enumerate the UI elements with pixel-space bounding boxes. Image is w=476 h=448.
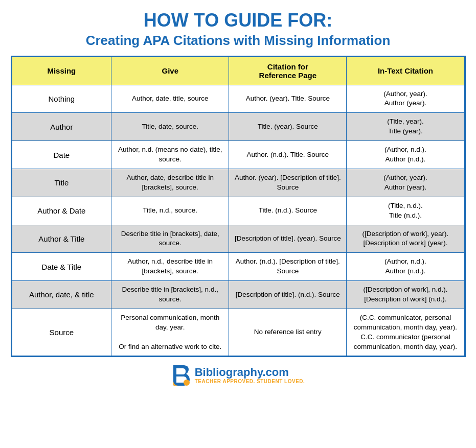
col-header-missing: Missing — [12, 57, 111, 85]
main-title: HOW TO GUIDE FOR: — [144, 10, 332, 31]
cell-give-6: Author, n.d., describe title in [bracket… — [111, 253, 229, 281]
cell-intext-8: (C.C. communicator, personal communicati… — [347, 309, 464, 356]
cell-citation-8: No reference list entry — [229, 309, 347, 356]
cell-intext-0: (Author, year).Author (year). — [347, 85, 464, 113]
cell-give-8: Personal communication, month day, year.… — [111, 309, 229, 356]
cell-give-3: Author, date, describe title in [bracket… — [111, 169, 229, 197]
col-header-citation: Citation forReference Page — [229, 57, 347, 85]
table-row: TitleAuthor, date, describe title in [br… — [12, 169, 464, 197]
svg-point-0 — [184, 380, 190, 386]
cell-citation-7: [Description of title]. (n.d.). Source — [229, 281, 347, 309]
cell-citation-2: Author. (n.d.). Title. Source — [229, 141, 347, 169]
cell-missing-8: Source — [12, 309, 111, 356]
table-row: Author, date, & titleDescribe title in [… — [12, 281, 464, 309]
sub-title: Creating APA Citations with Missing Info… — [86, 33, 391, 49]
cell-give-1: Title, date, source. — [111, 113, 229, 141]
table-row: SourcePersonal communication, month day,… — [12, 309, 464, 356]
col-header-intext: In-Text Citation — [347, 57, 464, 85]
cell-intext-2: (Author, n.d.).Author (n.d.). — [347, 141, 464, 169]
cell-citation-5: [Description of title]. (year). Source — [229, 225, 347, 253]
cell-missing-4: Author & Date — [12, 197, 111, 225]
footer-tagline: TEACHER APPROVED. STUDENT LOVED. — [195, 379, 305, 384]
cell-missing-1: Author — [12, 113, 111, 141]
cell-give-7: Describe title in [brackets], n.d., sour… — [111, 281, 229, 309]
cell-missing-6: Date & Title — [12, 253, 111, 281]
cell-citation-4: Title. (n.d.). Source — [229, 197, 347, 225]
apa-table: MissingGiveCitation forReference PageIn-… — [11, 56, 466, 358]
cell-give-4: Title, n.d., source. — [111, 197, 229, 225]
footer: Bibliography.com TEACHER APPROVED. STUDE… — [171, 364, 305, 386]
table-row: Author & DateTitle, n.d., source.Title. … — [12, 197, 464, 225]
logo-area — [171, 364, 191, 386]
cell-give-5: Describe title in [brackets], date, sour… — [111, 225, 229, 253]
cell-intext-5: ([Description of work], year).[Descripti… — [347, 225, 464, 253]
cell-missing-7: Author, date, & title — [12, 281, 111, 309]
footer-brand: Bibliography.com — [195, 366, 305, 379]
cell-give-0: Author, date, title, source — [111, 85, 229, 113]
bibliography-logo-icon — [171, 364, 191, 386]
cell-intext-7: ([Description of work], n.d.).[Descripti… — [347, 281, 464, 309]
cell-intext-3: (Author, year).Author (year). — [347, 169, 464, 197]
table-row: NothingAuthor, date, title, sourceAuthor… — [12, 85, 464, 113]
table-row: Date & TitleAuthor, n.d., describe title… — [12, 253, 464, 281]
cell-missing-3: Title — [12, 169, 111, 197]
table-row: AuthorTitle, date, source.Title. (year).… — [12, 113, 464, 141]
table-row: Author & TitleDescribe title in [bracket… — [12, 225, 464, 253]
cell-citation-1: Title. (year). Source — [229, 113, 347, 141]
cell-intext-6: (Author, n.d.).Author (n.d.). — [347, 253, 464, 281]
cell-citation-6: Author. (n.d.). [Description of title]. … — [229, 253, 347, 281]
cell-citation-3: Author. (year). [Description of title]. … — [229, 169, 347, 197]
cell-intext-4: (Title, n.d.).Title (n.d.). — [347, 197, 464, 225]
footer-text: Bibliography.com TEACHER APPROVED. STUDE… — [195, 366, 305, 384]
cell-missing-0: Nothing — [12, 85, 111, 113]
cell-intext-1: (Title, year).Title (year). — [347, 113, 464, 141]
cell-give-2: Author, n.d. (means no date), title, sou… — [111, 141, 229, 169]
cell-citation-0: Author. (year). Title. Source — [229, 85, 347, 113]
cell-missing-5: Author & Title — [12, 225, 111, 253]
col-header-give: Give — [111, 57, 229, 85]
cell-missing-2: Date — [12, 141, 111, 169]
table-row: DateAuthor, n.d. (means no date), title,… — [12, 141, 464, 169]
